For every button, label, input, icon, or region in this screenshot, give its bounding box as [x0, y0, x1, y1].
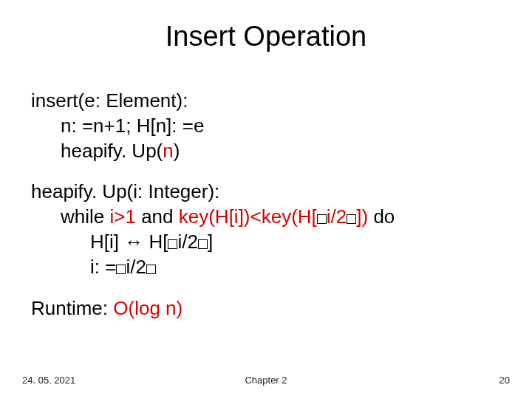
- heapify-call-arg: n: [163, 140, 173, 162]
- heapify-block: heapify. Up(i: Integer): while i>1 and k…: [31, 180, 501, 279]
- heapify-swap: H[i] ↔ H[i/2]: [31, 230, 501, 255]
- assign-b: i/2: [126, 256, 146, 278]
- heapify-call-post: ): [174, 140, 180, 162]
- heapify-call-pre: heapify. Up(: [61, 140, 163, 162]
- assign-a: i: =: [90, 256, 116, 278]
- insert-signature: insert(e: Element):: [31, 89, 501, 114]
- insert-block: insert(e: Element): n: =n+1; H[n]: =e he…: [31, 89, 501, 163]
- floor-close-icon: [146, 265, 156, 274]
- while-cond-2b: i/2: [327, 205, 347, 228]
- insert-line-2: heapify. Up(n): [31, 139, 501, 164]
- slide-footer: 24. 05. 2021 Chapter 2 20: [22, 375, 510, 386]
- while-cond-2c: ]): [356, 205, 368, 228]
- while-keyword: while: [61, 205, 109, 228]
- slide-title: Insert Operation: [0, 21, 532, 52]
- while-do: do: [368, 205, 395, 228]
- heapify-signature: heapify. Up(i: Integer):: [31, 180, 501, 205]
- floor-close-icon: [347, 214, 356, 224]
- floor-open-icon: [168, 239, 177, 249]
- slide: Insert Operation insert(e: Element): n: …: [0, 0, 532, 399]
- swap-c: ]: [208, 231, 213, 253]
- slide-body: insert(e: Element): n: =n+1; H[n]: =e he…: [31, 89, 501, 337]
- insert-line-1: n: =n+1; H[n]: =e: [31, 114, 501, 139]
- while-cond-1: i>1: [109, 205, 135, 228]
- floor-close-icon: [198, 239, 208, 249]
- while-and: and: [136, 205, 179, 228]
- runtime-value: O(log n): [113, 297, 183, 319]
- heapify-while: while i>1 and key(H[i])<key(H[i/2]) do: [31, 205, 501, 230]
- swap-b: i/2: [177, 231, 197, 253]
- runtime-line: Runtime: O(log n): [31, 296, 501, 321]
- heapify-assign: i: =i/2: [31, 255, 501, 280]
- floor-open-icon: [317, 214, 327, 224]
- runtime-label: Runtime:: [31, 297, 113, 319]
- while-cond-2a: key(H[i])<key(H[: [179, 205, 317, 228]
- footer-chapter: Chapter 2: [22, 375, 510, 386]
- swap-a: H[i] ↔ H[: [90, 231, 168, 253]
- floor-open-icon: [116, 265, 126, 274]
